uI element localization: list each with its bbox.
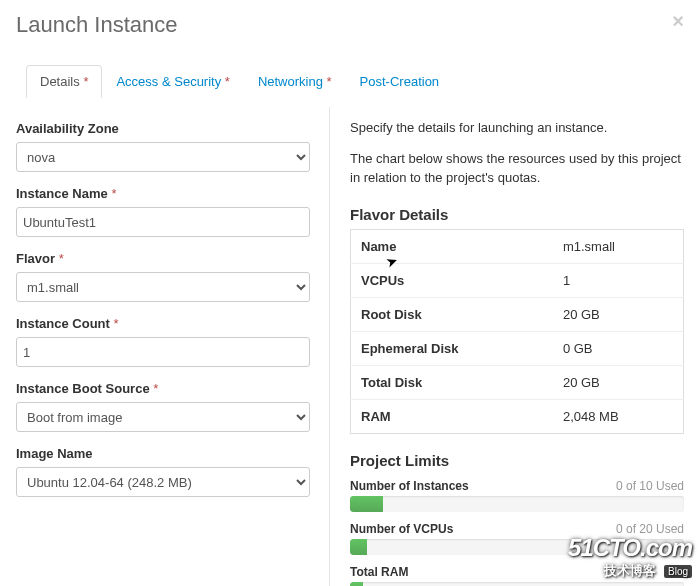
limit-label: Number of Instances — [350, 479, 469, 493]
limit-row-instances: Number of Instances 0 of 10 Used — [350, 479, 684, 493]
progress-bar-instances — [350, 496, 684, 512]
label-instance-name: Instance Name * — [16, 186, 309, 201]
field-boot-source: Instance Boot Source * Boot from image — [16, 381, 309, 432]
required-asterisk: * — [225, 74, 230, 89]
modal-title: Launch Instance — [16, 12, 177, 37]
field-flavor: Flavor * m1.small — [16, 251, 309, 302]
project-limits-heading: Project Limits — [350, 452, 684, 469]
progress-fill — [350, 539, 367, 555]
cell-value: 1 — [553, 263, 684, 297]
modal-body: Availability Zone nova Instance Name * F… — [0, 97, 700, 586]
flavor-details-table: Namem1.small VCPUs1 Root Disk20 GB Ephem… — [350, 229, 684, 434]
field-image-name: Image Name Ubuntu 12.04-64 (248.2 MB) — [16, 446, 309, 497]
required-asterisk: * — [114, 316, 119, 331]
boot-source-select[interactable]: Boot from image — [16, 402, 310, 432]
limit-used: 0 of 10 Used — [616, 479, 684, 493]
instance-name-input[interactable] — [16, 207, 310, 237]
cell-value: 0 GB — [553, 331, 684, 365]
close-icon[interactable]: × — [672, 10, 684, 33]
cell-value: m1.small — [553, 229, 684, 263]
tab-label: Networking — [258, 74, 323, 89]
tab-label: Post-Creation — [360, 74, 439, 89]
tab-networking[interactable]: Networking * — [244, 65, 346, 98]
required-asterisk: * — [111, 186, 116, 201]
modal-header: Launch Instance × — [0, 0, 700, 48]
label-availability-zone: Availability Zone — [16, 121, 309, 136]
table-row: RAM2,048 MB — [351, 399, 684, 433]
table-row: Ephemeral Disk0 GB — [351, 331, 684, 365]
details-panel: Specify the details for launching an ins… — [330, 107, 684, 586]
limit-row-ram: Total RAM — [350, 565, 684, 579]
cell-label: RAM — [351, 399, 553, 433]
label-instance-count: Instance Count * — [16, 316, 309, 331]
field-instance-name: Instance Name * — [16, 186, 309, 237]
cell-label: Ephemeral Disk — [351, 331, 553, 365]
cell-value: 20 GB — [553, 297, 684, 331]
cell-value: 2,048 MB — [553, 399, 684, 433]
tab-label: Access & Security — [116, 74, 221, 89]
limit-label: Total RAM — [350, 565, 408, 579]
cell-label: Total Disk — [351, 365, 553, 399]
availability-zone-select[interactable]: nova — [16, 142, 310, 172]
label-boot-source: Instance Boot Source * — [16, 381, 309, 396]
cell-label: VCPUs — [351, 263, 553, 297]
tab-post-creation[interactable]: Post-Creation — [346, 65, 453, 98]
tab-details[interactable]: Details * — [26, 65, 102, 98]
limit-label: Number of VCPUs — [350, 522, 453, 536]
required-asterisk: * — [83, 74, 88, 89]
flavor-select[interactable]: m1.small — [16, 272, 310, 302]
field-availability-zone: Availability Zone nova — [16, 121, 309, 172]
table-row: Root Disk20 GB — [351, 297, 684, 331]
help-text-2: The chart below shows the resources used… — [350, 150, 684, 188]
limit-row-vcpus: Number of VCPUs 0 of 20 Used — [350, 522, 684, 536]
cell-value: 20 GB — [553, 365, 684, 399]
limit-used: 0 of 20 Used — [616, 522, 684, 536]
table-row: Total Disk20 GB — [351, 365, 684, 399]
image-name-select[interactable]: Ubuntu 12.04-64 (248.2 MB) — [16, 467, 310, 497]
tab-access-security[interactable]: Access & Security * — [102, 65, 243, 98]
required-asterisk: * — [327, 74, 332, 89]
tabs-nav: Details * Access & Security * Networking… — [26, 64, 684, 97]
table-row: VCPUs1 — [351, 263, 684, 297]
cell-label: Name — [351, 229, 553, 263]
flavor-details-heading: Flavor Details — [350, 206, 684, 223]
label-flavor: Flavor * — [16, 251, 309, 266]
help-text-1: Specify the details for launching an ins… — [350, 119, 684, 138]
progress-bar-vcpus — [350, 539, 684, 555]
progress-fill — [350, 582, 363, 586]
field-instance-count: Instance Count * — [16, 316, 309, 367]
tab-label: Details — [40, 74, 80, 89]
instance-count-input[interactable] — [16, 337, 310, 367]
required-asterisk: * — [59, 251, 64, 266]
cell-label: Root Disk — [351, 297, 553, 331]
table-row: Namem1.small — [351, 229, 684, 263]
label-image-name: Image Name — [16, 446, 309, 461]
required-asterisk: * — [153, 381, 158, 396]
progress-bar-ram — [350, 582, 684, 586]
form-panel: Availability Zone nova Instance Name * F… — [16, 107, 330, 586]
progress-fill — [350, 496, 383, 512]
